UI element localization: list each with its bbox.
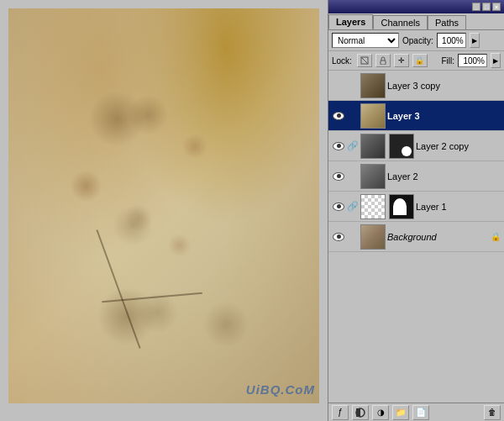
svg-rect-2 [381,61,386,65]
close-button[interactable]: × [492,3,501,11]
titlebar-controls: _ □ × [472,3,501,11]
thumb-layer1 [360,194,386,219]
layers-list: Layer 3 copy Layer 3 🔗 Layer 2 copy [328,71,504,403]
visibility-icon-layer2[interactable] [333,172,344,181]
tab-paths[interactable]: Paths [428,15,466,29]
layer-item-layer2copy[interactable]: 🔗 Layer 2 copy [328,131,504,161]
layer-name-layer1: Layer 1 [416,202,447,212]
layer-item-layer3copy[interactable]: Layer 3 copy [328,71,504,101]
crack-2 [102,292,202,303]
visibility-icon-background[interactable] [333,233,344,241]
lock-transparent-button[interactable] [357,54,372,67]
new-fill-layer-button[interactable]: ◑ [372,405,389,420]
right-panel: _ □ × Layers Channels Paths Normal Disso… [328,0,504,421]
opacity-input[interactable] [437,33,466,48]
layer-name-layer3copy: Layer 3 copy [387,81,440,91]
crack-1 [96,229,140,349]
new-group-button[interactable]: 📁 [392,405,409,420]
layer-name-layer2: Layer 2 [387,171,418,182]
lock-symbol-background: 🔒 [491,232,501,241]
eye-col-layer1[interactable] [330,203,347,211]
mask-layer2copy [389,134,414,159]
lock-move-button[interactable]: ✛ [394,54,409,67]
tab-channels[interactable]: Channels [373,15,427,29]
thumb-layer3 [360,103,386,129]
mask-layer1 [389,194,414,219]
thumb-layer3copy [360,73,386,98]
opacity-label: Opacity: [402,36,433,45]
watermark-text: UiBQ.CoM [246,382,315,397]
layer-item-layer2[interactable]: Layer 2 [328,161,504,192]
new-layer-button[interactable]: 📄 [412,405,429,420]
link-col-layer1: 🔗 [347,201,359,212]
thumb-layer2 [360,164,386,189]
svg-line-1 [361,57,368,64]
layers-toolbar: ƒ ◑ 📁 📄 🗑 [328,403,504,421]
eye-col-layer2copy[interactable] [330,142,347,150]
layer-name-background: Background [387,232,437,242]
lock-indicator-background: 🔒 [491,232,500,242]
lock-image-button[interactable] [375,54,391,67]
lock-all-button[interactable]: 🔒 [412,54,428,67]
lock-fill-row: Lock: ✛ 🔒 Fill: ▶ [328,51,504,71]
lock-label: Lock: [332,56,352,66]
tabs-row: Layers Channels Paths [328,13,504,30]
canvas-image: UiBQ.CoM [8,8,319,403]
layer-name-layer3: Layer 3 [387,111,420,121]
canvas-area: UiBQ.CoM [0,0,328,421]
thumb-background [360,224,386,250]
layer-name-layer2copy: Layer 2 copy [416,141,469,151]
fill-arrow[interactable]: ▶ [491,53,501,68]
visibility-icon-layer3[interactable] [333,112,344,120]
blend-opacity-row: Normal Dissolve Multiply Screen Overlay … [328,30,504,51]
layer-mask-button[interactable] [352,405,369,420]
visibility-icon-layer2copy[interactable] [333,142,344,150]
panel-titlebar: _ □ × [328,0,504,13]
eye-col-layer2[interactable] [330,172,347,181]
link-col-layer2copy: 🔗 [347,140,359,151]
tab-layers[interactable]: Layers [328,14,373,29]
visibility-icon-layer1[interactable] [333,203,344,211]
eye-col-layer3[interactable] [330,112,347,120]
fill-label: Fill: [441,56,454,66]
svg-rect-4 [356,408,360,417]
fill-input[interactable] [458,54,487,67]
layer-style-button[interactable]: ƒ [332,405,349,420]
eye-col-background[interactable] [330,233,347,241]
layer-item-layer1[interactable]: 🔗 Layer 1 [328,192,504,222]
opacity-arrow[interactable]: ▶ [470,33,480,48]
layer-item-layer3[interactable]: Layer 3 [328,101,504,131]
layer-item-background[interactable]: Background 🔒 [328,222,504,252]
minimize-button[interactable]: _ [472,3,480,11]
delete-layer-button[interactable]: 🗑 [484,405,501,420]
paper-texture [8,8,319,403]
blend-mode-select[interactable]: Normal Dissolve Multiply Screen Overlay [332,33,399,48]
maximize-button[interactable]: □ [482,3,491,11]
thumb-layer2copy [360,134,386,159]
